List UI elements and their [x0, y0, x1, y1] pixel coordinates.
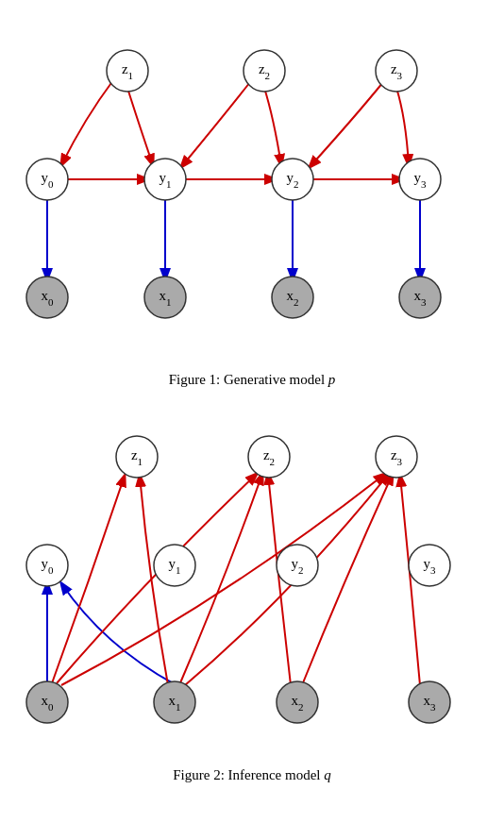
figure2-caption: Figure 2: Inference model q: [0, 764, 504, 791]
arrow-x0-z2: [57, 474, 257, 683]
arrow-z3-y3: [396, 88, 409, 165]
figure1-caption: Figure 1: Generative model p: [0, 368, 504, 395]
arrow-z1-y0: [61, 80, 113, 165]
arrow-x2-z3: [302, 474, 393, 685]
arrow-z3-y2: [310, 82, 383, 167]
figure1-container: z1 z2 z3 y0 y1 y2 y3 x0 x1 x2 x3: [0, 0, 504, 368]
caption2-text: Figure 2: Inference model: [173, 767, 324, 782]
arrow-z2-y2: [264, 88, 281, 165]
caption1-text: Figure 1: Generative model: [169, 372, 328, 387]
figure2-container: z1 z2 z3 y0 y1 y2 y3 x0 x1 x2 x3: [0, 395, 504, 764]
arrow-x1-y0: [61, 583, 175, 684]
caption1-var: p: [328, 372, 336, 387]
caption2-var: q: [324, 767, 331, 782]
arrow-z1-y1: [127, 88, 153, 165]
arrow-z2-y1: [181, 82, 250, 167]
